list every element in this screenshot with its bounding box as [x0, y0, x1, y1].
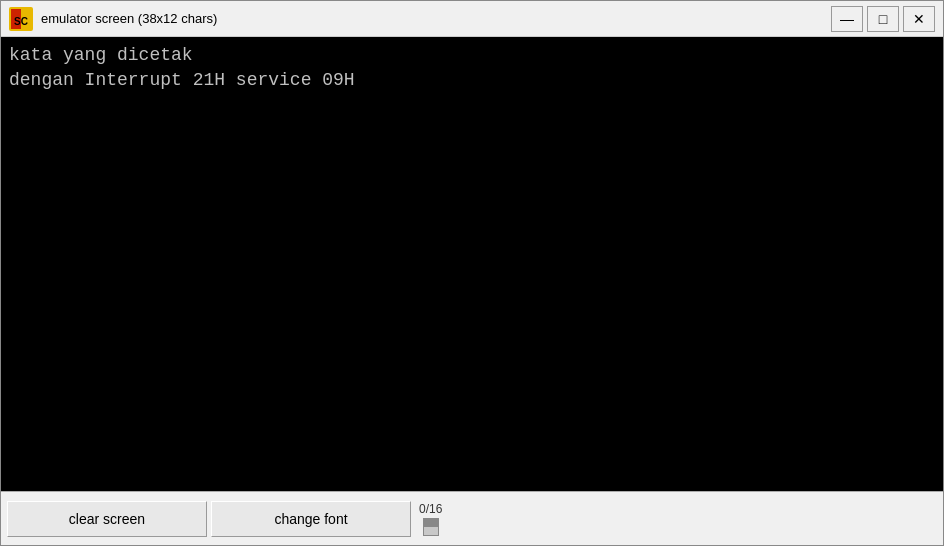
- scroll-thumb: [424, 519, 438, 527]
- maximize-button[interactable]: □: [867, 6, 899, 32]
- screen-line-2: dengan Interrupt 21H service 09H: [9, 70, 355, 90]
- screen-line-1: kata yang dicetak: [9, 45, 193, 65]
- title-bar: SC emulator screen (38x12 chars) — □ ✕: [1, 1, 943, 37]
- window-controls: — □ ✕: [831, 6, 935, 32]
- svg-text:SC: SC: [14, 16, 28, 27]
- scroll-indicator: 0/16: [419, 502, 442, 536]
- scroll-track[interactable]: [423, 518, 439, 536]
- window-title: emulator screen (38x12 chars): [41, 11, 831, 26]
- bottom-bar: clear screen change font 0/16: [1, 491, 943, 545]
- app-icon: SC: [9, 7, 33, 31]
- close-button[interactable]: ✕: [903, 6, 935, 32]
- minimize-button[interactable]: —: [831, 6, 863, 32]
- emulator-screen: kata yang dicetak dengan Interrupt 21H s…: [1, 37, 943, 491]
- scroll-position: 0/16: [419, 502, 442, 516]
- emulator-window: SC emulator screen (38x12 chars) — □ ✕ k…: [0, 0, 944, 546]
- clear-screen-button[interactable]: clear screen: [7, 501, 207, 537]
- change-font-button[interactable]: change font: [211, 501, 411, 537]
